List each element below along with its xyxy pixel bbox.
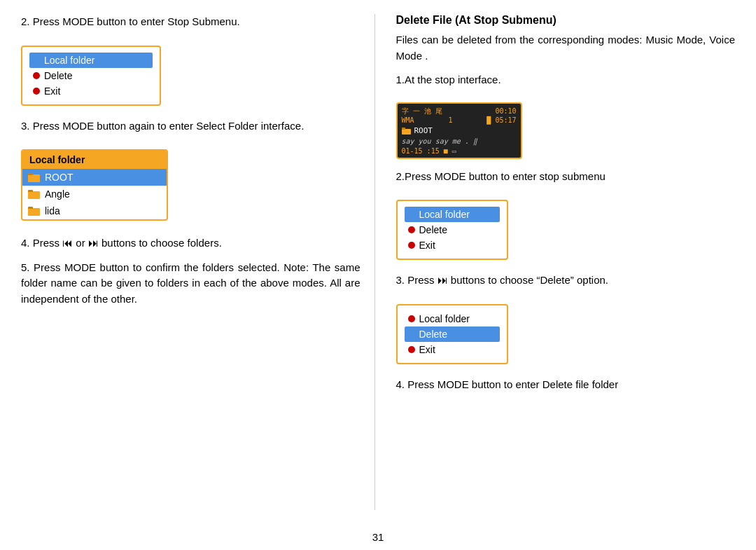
folder-header-1: Local folder [22, 151, 167, 169]
device-battery-bar: █ 05:17 [486, 116, 516, 124]
menu-item-exit-2: Exit [405, 238, 500, 253]
menu-item-exit-1: Exit [29, 83, 153, 99]
menu-label-local-folder-3: Local folder [419, 313, 470, 324]
svg-rect-4 [28, 208, 40, 216]
menu-label-delete-1: Delete [44, 70, 72, 81]
device-screen: 字 一 池 尾 00:10 WMA 1 █ 05:17 ROOT say you… [396, 102, 522, 159]
dot-red-2 [33, 88, 40, 95]
right-column: Delete File (At Stop Submenu) Files can … [375, 14, 736, 510]
device-row-1: 字 一 池 尾 00:10 [402, 106, 517, 116]
device-folder-name: ROOT [414, 126, 433, 135]
folder-item-angle: Angle [22, 186, 167, 202]
device-folder-row: ROOT [402, 126, 517, 135]
svg-rect-5 [28, 207, 33, 209]
menu-widget-1: Local folder Delete Exit [21, 46, 161, 106]
device-track: 1 [448, 116, 452, 124]
svg-rect-2 [28, 191, 40, 199]
menu-label-delete-3: Delete [419, 329, 447, 340]
device-row-2: WMA 1 █ 05:17 [402, 116, 517, 124]
svg-rect-6 [402, 129, 411, 135]
right-step2: 2.Press MODE button to enter stop submen… [396, 169, 736, 185]
device-song: say you say me . ‖ [402, 137, 517, 145]
folder-item-lida: lida [22, 202, 167, 219]
menu-label-exit-2: Exit [419, 240, 435, 251]
step3-text: 3. Press MODE button again to enter Sele… [21, 118, 360, 135]
step5-text: 5. Press MODE button to confirm the fold… [21, 260, 360, 308]
dot-red-5 [408, 315, 415, 322]
menu-label-delete-2: Delete [419, 224, 447, 235]
arrow-icon-3 [408, 330, 415, 338]
arrow-icon-1 [33, 56, 40, 64]
menu-item-delete-2: Delete [405, 222, 500, 238]
menu-widget-2: Local folder Delete Exit [396, 200, 508, 260]
arrow-icon-2 [408, 210, 415, 219]
menu-label-local-folder-2: Local folder [419, 209, 470, 220]
page-number: 31 [0, 524, 756, 550]
folder-icon-lida [28, 206, 41, 216]
folder-label-lida: lida [45, 205, 60, 216]
folder-label-root: ROOT [45, 172, 73, 183]
svg-rect-3 [28, 190, 33, 192]
folder-label-angle: Angle [45, 188, 70, 200]
svg-rect-0 [28, 174, 40, 182]
dot-red-4 [408, 242, 415, 249]
svg-rect-7 [402, 128, 405, 130]
menu-widget-3: Local folder Delete Exit [396, 304, 508, 364]
svg-rect-1 [28, 173, 33, 175]
menu-item-exit-3: Exit [405, 342, 500, 357]
menu-label-exit-3: Exit [419, 344, 435, 355]
dot-red-3 [408, 226, 415, 233]
folder-widget-1: Local folder ROOT Angle lida [21, 149, 168, 221]
menu-label-exit-1: Exit [44, 85, 60, 97]
menu-item-local-folder-2: Local folder [405, 207, 500, 222]
menu-item-delete-3: Delete [405, 326, 500, 342]
right-title: Delete File (At Stop Submenu) [396, 14, 736, 27]
folder-item-root: ROOT [22, 169, 167, 186]
dot-red-1 [33, 72, 40, 79]
menu-label-local-folder-1: Local folder [44, 55, 94, 66]
left-column: 2. Press MODE button to enter Stop Subme… [21, 14, 375, 510]
menu-item-local-folder-1: Local folder [29, 53, 153, 68]
right-step3: 3. Press ⏭ buttons to choose “Delete” op… [396, 273, 736, 289]
step2-text: 2. Press MODE button to enter Stop Subme… [21, 14, 360, 30]
menu-item-delete-1: Delete [29, 68, 153, 83]
step4-text: 4. Press ⏮ or ⏭ buttons to choose folder… [21, 235, 360, 252]
device-time: 00:10 [495, 107, 516, 115]
folder-icon-angle [28, 189, 41, 199]
dot-red-6 [408, 346, 415, 353]
device-bottom: 01-15 :15 ■ ▭ [402, 147, 517, 155]
right-step1: 1.At the stop interface. [396, 72, 736, 88]
right-desc: Files can be deleted from the correspond… [396, 32, 736, 64]
menu-item-local-folder-3: Local folder [405, 311, 500, 326]
device-format: 字 一 池 尾 [402, 106, 442, 116]
folder-icon-root [28, 172, 41, 182]
right-step4: 4. Press MODE button to enter Delete fil… [396, 377, 736, 393]
device-wma: WMA [402, 116, 414, 124]
